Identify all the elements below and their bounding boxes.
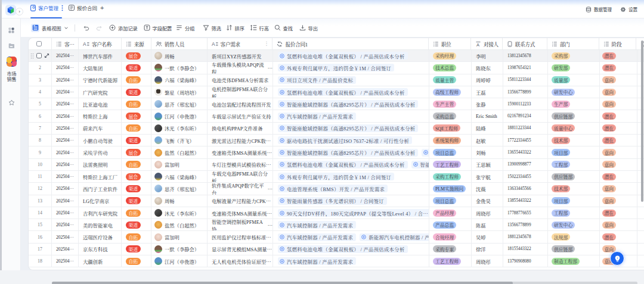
svg-text:A: A [212, 41, 215, 47]
svg-text:A: A [83, 41, 86, 47]
svg-text:A: A [476, 42, 479, 47]
